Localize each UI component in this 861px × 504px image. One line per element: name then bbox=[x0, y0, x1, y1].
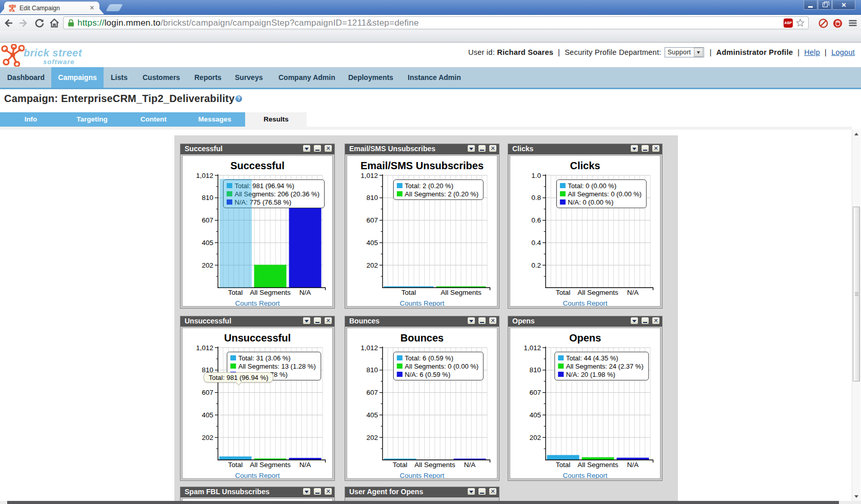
panel-close-button[interactable]: ✕ bbox=[489, 145, 497, 152]
panel-titlebar-clicks[interactable]: Clicks✕ bbox=[508, 144, 662, 154]
counts-report-link-clicks[interactable]: Counts Report bbox=[563, 299, 607, 307]
counts-report-link-bounces[interactable]: Counts Report bbox=[399, 472, 444, 479]
y-tick-label: 810 bbox=[529, 366, 541, 374]
vertical-scrollbar[interactable] bbox=[852, 129, 860, 501]
bar-successful-n-a[interactable] bbox=[289, 201, 322, 288]
scrollbar-thumb[interactable] bbox=[853, 207, 860, 381]
panel-minimize-button[interactable] bbox=[313, 145, 322, 152]
tab-close-icon[interactable]: ✕ bbox=[90, 5, 94, 11]
main-nav: DashboardCampaignsListsCustomersReportsS… bbox=[0, 67, 861, 88]
padlock-icon[interactable] bbox=[68, 19, 74, 27]
chart-legend-email-sms-unsubscribes: Total: 2 (0.20 %)All Segments: 2 (0.20 %… bbox=[393, 179, 484, 200]
reload-button[interactable] bbox=[33, 16, 46, 30]
panel-dropdown-button[interactable] bbox=[303, 488, 311, 495]
panel-minimize-button[interactable] bbox=[641, 145, 649, 152]
select-dropdown-icon[interactable] bbox=[694, 48, 703, 57]
logo-subtext: software bbox=[43, 58, 74, 66]
panel-titlebar-spam-fbl-unsubscribes[interactable]: Spam FBL Unsubscribes✕ bbox=[181, 487, 334, 497]
counts-report-link-successful[interactable]: Counts Report bbox=[235, 299, 279, 307]
window-restore-button[interactable] bbox=[818, 1, 832, 10]
back-button[interactable] bbox=[2, 16, 15, 30]
panel-dropdown-button[interactable] bbox=[467, 145, 475, 152]
panel-minimize-button[interactable] bbox=[478, 317, 486, 325]
page-help-icon[interactable]: ? bbox=[235, 95, 242, 102]
legend-row: All Segments: 0 (0.00 %) bbox=[397, 362, 478, 370]
panel-minimize-button[interactable] bbox=[313, 488, 322, 495]
nav-item-reports[interactable]: Reports bbox=[194, 67, 222, 88]
help-link[interactable]: Help bbox=[804, 48, 820, 56]
nav-item-customers[interactable]: Customers bbox=[143, 67, 180, 88]
panel-dropdown-button[interactable] bbox=[630, 145, 638, 152]
nav-item-lists[interactable]: Lists bbox=[111, 67, 128, 88]
tab-messages[interactable]: Messages bbox=[184, 112, 246, 127]
window-close-button[interactable]: ✕ bbox=[832, 1, 855, 10]
nav-item-surveys[interactable]: Surveys bbox=[235, 67, 263, 88]
scroll-down-button[interactable] bbox=[852, 492, 860, 500]
panel-titlebar-successful[interactable]: Successful✕ bbox=[181, 144, 334, 154]
tab-info[interactable]: Info bbox=[0, 112, 62, 127]
panel-titlebar-email-sms-unsubscribes[interactable]: Email/SMS Unsubscribes✕ bbox=[345, 144, 499, 154]
panel-close-button[interactable]: ✕ bbox=[324, 488, 332, 495]
panel-minimize-button[interactable] bbox=[313, 317, 322, 325]
panel-minimize-button[interactable] bbox=[478, 145, 486, 152]
extension-hand-icon[interactable] bbox=[831, 16, 844, 30]
tab-targeting[interactable]: Targeting bbox=[62, 112, 123, 127]
nav-item-dashboard[interactable]: Dashboard bbox=[7, 67, 45, 88]
panel-titlebar-user-agent-for-opens[interactable]: User Agent for Opens✕ bbox=[345, 487, 499, 497]
panel-minimize-button[interactable] bbox=[478, 488, 486, 495]
panel-close-button[interactable]: ✕ bbox=[489, 317, 497, 325]
url-bar[interactable]: https://login.mmen.to/brickst/campaign/c… bbox=[63, 16, 809, 29]
adblock-icon[interactable]: ABP bbox=[784, 18, 793, 28]
panel-titlebar-opens[interactable]: Opens✕ bbox=[508, 316, 662, 327]
panel-close-button[interactable]: ✕ bbox=[652, 145, 660, 152]
panel-close-button[interactable]: ✕ bbox=[489, 488, 497, 495]
bookmark-star-icon[interactable] bbox=[795, 18, 805, 28]
scroll-up-button[interactable] bbox=[852, 130, 860, 138]
bar-opens-total[interactable] bbox=[547, 455, 579, 460]
window-minimize-button[interactable] bbox=[804, 1, 817, 10]
counts-report-link-email-sms-unsubscribes[interactable]: Counts Report bbox=[399, 299, 444, 307]
bar-successful-total[interactable] bbox=[219, 179, 252, 288]
panel-window-successful: Successful✕Successful2024056078101,012To… bbox=[180, 144, 335, 309]
department-select[interactable]: Support bbox=[665, 47, 704, 57]
panel-dropdown-button[interactable] bbox=[467, 488, 475, 495]
home-button[interactable] bbox=[48, 16, 61, 30]
y-tick-label: 0.4 bbox=[531, 239, 541, 247]
legend-swatch bbox=[230, 364, 236, 369]
legend-label: Total: 44 (4.35 %) bbox=[566, 354, 618, 362]
nav-item-instance-admin[interactable]: Instance Admin bbox=[408, 67, 461, 88]
panel-minimize-button[interactable] bbox=[641, 317, 649, 325]
nav-item-deployments[interactable]: Deployments bbox=[348, 67, 393, 88]
browser-tab[interactable]: Edit Campaign ✕ bbox=[4, 2, 99, 14]
panel-close-button[interactable]: ✕ bbox=[324, 317, 332, 325]
panel-close-button[interactable]: ✕ bbox=[324, 145, 332, 152]
y-tick-label: 607 bbox=[202, 216, 213, 224]
x-category-label: All Segments bbox=[414, 461, 455, 469]
nav-item-campaigns[interactable]: Campaigns bbox=[51, 67, 104, 88]
bar-unsuccessful-total[interactable] bbox=[219, 456, 252, 460]
close-icon: ✕ bbox=[841, 2, 846, 8]
bar-successful-all-segments[interactable] bbox=[254, 265, 287, 288]
legend-row: Total: 0 (0.00 %) bbox=[560, 182, 642, 190]
panel-dropdown-button[interactable] bbox=[467, 317, 475, 325]
panel-titlebar-bounces[interactable]: Bounces✕ bbox=[345, 316, 499, 327]
logout-link[interactable]: Logout bbox=[831, 48, 855, 56]
panel-dropdown-button[interactable] bbox=[303, 145, 311, 152]
counts-report-link-unsuccessful[interactable]: Counts Report bbox=[235, 472, 279, 479]
panel-window-unsuccessful: Unsuccessful✕Unsuccessful2024056078101,0… bbox=[180, 316, 335, 481]
forward-button[interactable] bbox=[16, 16, 30, 30]
panel-dropdown-button[interactable] bbox=[630, 317, 638, 325]
content-blocked-icon[interactable] bbox=[816, 16, 830, 30]
tab-content[interactable]: Content bbox=[123, 112, 184, 127]
chart-title: Clicks bbox=[510, 160, 660, 171]
menu-icon[interactable] bbox=[846, 16, 859, 30]
nav-item-company-admin[interactable]: Company Admin bbox=[278, 67, 335, 88]
counts-report-link-opens[interactable]: Counts Report bbox=[563, 472, 607, 479]
x-category-label: Total bbox=[556, 461, 571, 469]
panel-close-button[interactable]: ✕ bbox=[652, 317, 660, 325]
new-tab-button[interactable] bbox=[106, 4, 123, 11]
panel-dropdown-button[interactable] bbox=[303, 317, 311, 325]
tab-results[interactable]: Results bbox=[245, 112, 307, 127]
panel-titlebar-unsuccessful[interactable]: Unsuccessful✕ bbox=[181, 316, 334, 327]
legend-swatch bbox=[397, 372, 403, 377]
